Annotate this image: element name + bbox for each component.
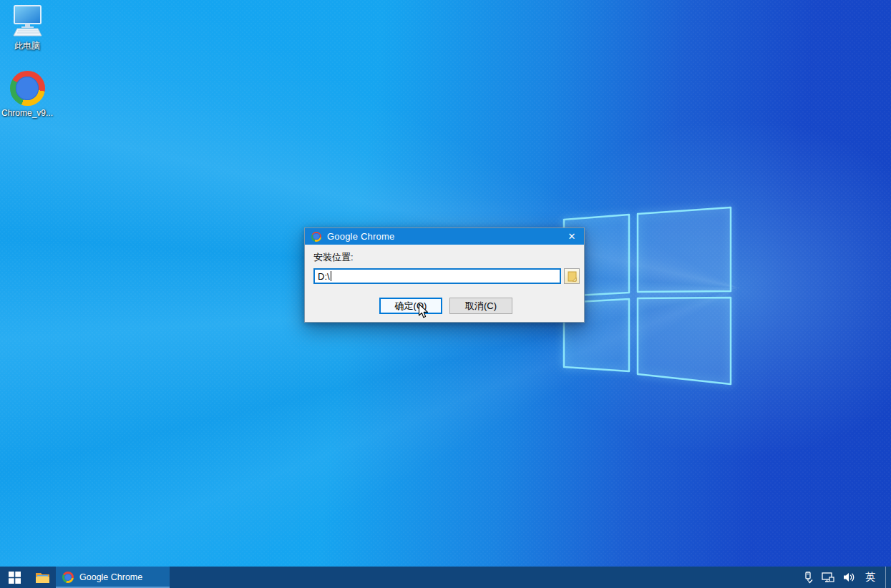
chrome-icon bbox=[62, 572, 74, 583]
chrome-install-dialog: Google Chrome ✕ 安装位置: D:\ 确定(O) 取消(C) bbox=[304, 227, 585, 323]
text-caret bbox=[331, 271, 331, 281]
desktop-icon-this-pc[interactable]: 此电脑 bbox=[3, 4, 52, 51]
start-button[interactable] bbox=[0, 567, 29, 588]
chrome-icon bbox=[10, 71, 45, 106]
desktop-icon-chrome-installer[interactable]: Chrome_v9... bbox=[3, 71, 52, 118]
folder-explorer-icon bbox=[35, 572, 50, 584]
close-icon[interactable]: ✕ bbox=[560, 228, 584, 245]
desktop-icon-label: Chrome_v9... bbox=[1, 108, 53, 118]
browse-button[interactable] bbox=[564, 268, 580, 284]
folder-icon bbox=[568, 271, 577, 282]
cancel-button[interactable]: 取消(C) bbox=[449, 298, 512, 314]
install-location-label: 安装位置: bbox=[313, 251, 354, 264]
volume-icon[interactable] bbox=[843, 572, 855, 582]
dialog-title: Google Chrome bbox=[327, 231, 394, 242]
desktop-icon-label: 此电脑 bbox=[14, 41, 40, 51]
taskbar: Google Chrome 英 bbox=[0, 567, 891, 588]
show-desktop-button[interactable] bbox=[885, 567, 890, 588]
ok-button[interactable]: 确定(O) bbox=[379, 298, 442, 314]
taskbar-task-chrome[interactable]: Google Chrome bbox=[56, 567, 170, 588]
ime-indicator[interactable]: 英 bbox=[864, 571, 877, 584]
dialog-body: 安装位置: D:\ 确定(O) 取消(C) bbox=[305, 245, 584, 322]
file-explorer-button[interactable] bbox=[29, 567, 56, 588]
system-tray: 英 bbox=[803, 567, 891, 588]
network-icon[interactable] bbox=[822, 572, 834, 583]
taskbar-task-label: Google Chrome bbox=[79, 572, 142, 582]
usb-icon[interactable] bbox=[803, 572, 813, 584]
install-path-input[interactable]: D:\ bbox=[313, 268, 561, 284]
this-pc-icon bbox=[9, 4, 45, 39]
dialog-titlebar[interactable]: Google Chrome ✕ bbox=[305, 228, 584, 245]
install-path-value: D:\ bbox=[318, 271, 330, 282]
desktop: 此电脑 Chrome_v9... Google Chrome ✕ 安装位置: D… bbox=[0, 0, 891, 588]
windows-logo-icon bbox=[9, 572, 21, 584]
chrome-icon bbox=[311, 232, 321, 242]
